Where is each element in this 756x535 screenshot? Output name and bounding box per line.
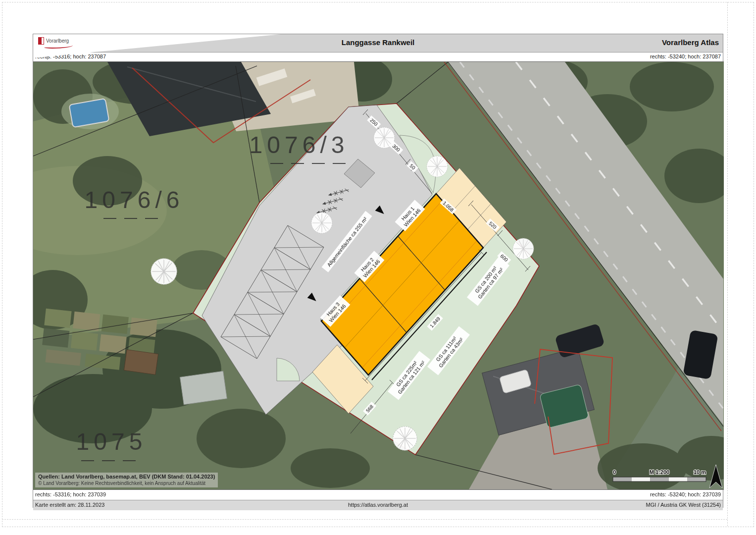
tree-icon	[513, 238, 534, 259]
logo-shield-icon	[38, 37, 44, 45]
parcel-label-1076-6: 1076/6	[85, 187, 184, 213]
coords-top-row: rechts: -53316; hoch: 237087 rechts: -53…	[33, 53, 723, 61]
print-margin-guide-bottom	[2, 519, 727, 520]
sources-line2: © Land Vorarlberg: Keine Rechtsverbindli…	[38, 480, 215, 486]
parcel-label-1076-3: 1076/3	[250, 132, 349, 158]
shed	[124, 350, 158, 374]
coord-bottom-left: rechts: -53316; hoch: 237039	[35, 491, 106, 497]
logo-swoosh	[44, 44, 73, 49]
logo-text: Vorarlberg	[46, 38, 69, 44]
tree-icon	[311, 213, 332, 233]
sources-note: Quellen: Land Vorarlberg, basemap.at, BE…	[35, 473, 218, 487]
sources-line1: Quellen: Land Vorarlberg, basemap.at, BE…	[38, 474, 215, 480]
tree-icon	[393, 427, 417, 450]
header-bar: Vorarlberg Langgasse Rankweil Vorarlberg…	[33, 34, 723, 53]
scale-start-label: 0	[613, 469, 616, 475]
footer-bar: Karte erstellt am: 28.11.2023 https://at…	[33, 500, 723, 510]
tree-icon	[151, 259, 177, 285]
scale-ratio-label: M 1:200	[650, 469, 669, 475]
crs-label: MGI / Austria GK West (31254)	[646, 502, 721, 508]
greenhouse	[180, 371, 227, 405]
coord-top-right: rechts: -53240; hoch: 237087	[650, 54, 721, 59]
scale-end-label: 10 m	[694, 469, 706, 475]
print-margin-guide-right	[727, 2, 728, 526]
map-sheet: Vorarlberg Langgasse Rankweil Vorarlberg…	[33, 34, 723, 508]
coords-bottom-row: rechts: -53316; hoch: 237039 rechts: -53…	[33, 490, 723, 500]
app-title: Vorarlberg Atlas	[662, 38, 719, 47]
scale-bar-segments	[613, 477, 706, 482]
logo-caret-icon	[45, 56, 48, 60]
page: { "page": { "header": { "logo_text": "Vo…	[0, 0, 756, 535]
tree-icon	[427, 156, 448, 177]
coord-bottom-right: rechts: -53240; hoch: 237039	[650, 491, 721, 497]
map-svg: 250 300 50 1.058 520 600 1.849 568 Haus …	[33, 62, 724, 489]
parcel-label-1075: 1075	[76, 428, 147, 455]
map-canvas: 250 300 50 1.058 520 600 1.849 568 Haus …	[33, 61, 724, 490]
atlas-url-link[interactable]: https://atlas.vorarlberg.at	[33, 502, 723, 508]
